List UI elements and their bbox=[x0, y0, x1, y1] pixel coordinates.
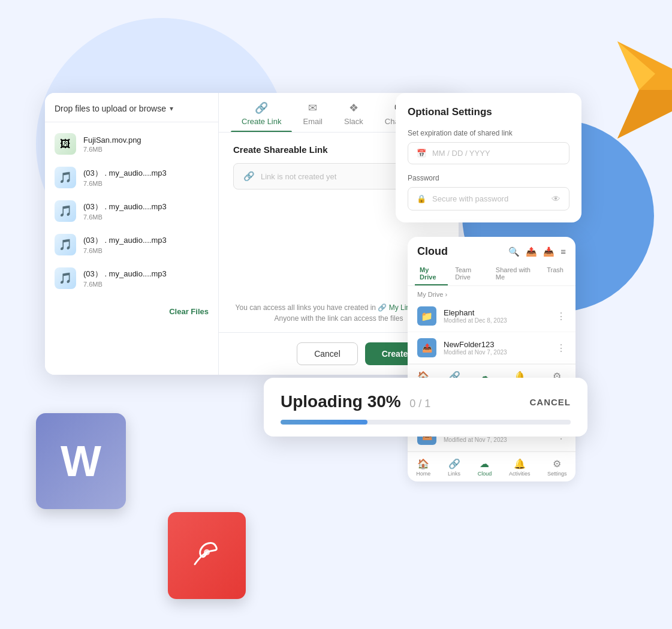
cloud-breadcrumb: My Drive › bbox=[408, 286, 575, 300]
download-icon[interactable]: 📥 bbox=[543, 246, 555, 257]
tab-label-email: Email bbox=[303, 117, 323, 126]
file-size: 7.6MB bbox=[83, 146, 209, 153]
optional-settings-card: Optional Settings Set expiration date of… bbox=[396, 93, 581, 222]
search-icon[interactable]: 🔍 bbox=[508, 246, 520, 257]
cloud-nav-label-activities: Activities bbox=[509, 471, 531, 477]
sort-icon[interactable]: ≡ bbox=[560, 246, 566, 257]
cloud-title: Cloud bbox=[417, 245, 448, 258]
cloud-file-name: NewFolder123 bbox=[444, 340, 549, 349]
pdf-symbol bbox=[189, 534, 225, 577]
file-list-item: 🎵(03） . my_audio....mp37.6MB bbox=[45, 261, 218, 295]
cloud-nav-icon-cloud: ☁ bbox=[480, 458, 489, 470]
tab-icon-slack: ❖ bbox=[349, 101, 358, 115]
cloud-file-item: 📁ElephantModified at Dec 8, 2023⋮ bbox=[408, 300, 575, 332]
clear-files-button[interactable]: Clear Files bbox=[169, 307, 209, 316]
file-name: (03） . my_audio....mp3 bbox=[83, 235, 209, 246]
pdf-card bbox=[168, 512, 246, 599]
word-card: W bbox=[36, 413, 126, 509]
file-list-item: 🎵(03） . my_audio....mp37.6MB bbox=[45, 194, 218, 228]
cloud-tab-trash[interactable]: Trash bbox=[542, 263, 568, 285]
file-name: (03） . my_audio....mp3 bbox=[83, 269, 209, 279]
file-icon-4: 🎵 bbox=[55, 267, 76, 289]
tab-email[interactable]: ✉Email bbox=[292, 93, 333, 132]
tab-create-link[interactable]: 🔗Create Link bbox=[231, 93, 292, 132]
progress-bar-fill bbox=[281, 420, 367, 425]
progress-bar-background bbox=[281, 420, 571, 425]
cloud-tab-shared-with-me[interactable]: Shared with Me bbox=[491, 263, 540, 285]
file-item-info: (03） . my_audio....mp37.6MB bbox=[83, 168, 209, 187]
file-item-info: (03） . my_audio....mp37.6MB bbox=[83, 269, 209, 288]
word-letter: W bbox=[61, 437, 101, 486]
cloud-file-info: NewFolder123Modified at Nov 7, 2023 bbox=[444, 340, 549, 356]
eye-hide-icon[interactable]: 👁 bbox=[552, 194, 560, 204]
date-input-box[interactable]: 📅 MM / DD / YYYY bbox=[408, 142, 569, 164]
cloud-card-header: Cloud 🔍 📤 📥 ≡ bbox=[408, 237, 575, 263]
cloud-more-button[interactable]: ⋮ bbox=[556, 311, 566, 322]
file-list-item: 🎵(03） . my_audio....mp37.6MB bbox=[45, 161, 218, 194]
tab-label-slack: Slack bbox=[344, 117, 363, 126]
upload-row: Uploading 30% 0 / 1 CANCEL bbox=[281, 392, 571, 411]
upload-icon[interactable]: 📤 bbox=[526, 246, 537, 257]
lock-icon: 🔒 bbox=[417, 194, 426, 203]
upload-cancel-button[interactable]: CANCEL bbox=[530, 397, 571, 407]
password-placeholder: Secure with password bbox=[432, 194, 508, 203]
cloud-nav-links[interactable]: 🔗Links bbox=[448, 458, 460, 477]
tab-slack[interactable]: ❖Slack bbox=[333, 93, 374, 132]
file-item-info: (03） . my_audio....mp37.6MB bbox=[83, 201, 209, 221]
file-icon-2: 🎵 bbox=[55, 200, 76, 222]
cloud-nav-icon-home: 🏠 bbox=[417, 458, 429, 470]
tab-icon-email: ✉ bbox=[308, 101, 317, 115]
cloud-file-date: Modified at Dec 8, 2023 bbox=[444, 317, 549, 324]
cancel-button[interactable]: Cancel bbox=[297, 342, 358, 365]
upload-status: Uploading 30% 0 / 1 bbox=[281, 392, 430, 411]
cloud-nav-label-cloud: Cloud bbox=[478, 471, 492, 477]
file-size: 7.6MB bbox=[83, 213, 209, 221]
tab-icon-create-link: 🔗 bbox=[255, 101, 268, 115]
file-size: 7.6MB bbox=[83, 247, 209, 254]
link-icon: 🔗 bbox=[243, 171, 255, 182]
cloud-tab-my-drive[interactable]: My Drive bbox=[415, 263, 448, 285]
pdf-doc-decoration bbox=[168, 512, 246, 599]
word-doc-decoration: W bbox=[36, 413, 126, 509]
cloud-item-icon-1: 📤 bbox=[417, 338, 436, 357]
password-input-box[interactable]: 🔒 Secure with password 👁 bbox=[408, 187, 569, 210]
cloud-nav-icon-links: 🔗 bbox=[448, 458, 460, 470]
cloud-tab-team-drive[interactable]: Team Drive bbox=[450, 263, 489, 285]
cloud-nav-icon-activities: 🔔 bbox=[514, 458, 526, 470]
cloud-nav-settings[interactable]: ⚙Settings bbox=[547, 458, 567, 477]
cloud-nav-home[interactable]: 🏠Home bbox=[416, 458, 430, 477]
file-item-info: (03） . my_audio....mp37.6MB bbox=[83, 235, 209, 254]
date-placeholder: MM / DD / YYYY bbox=[432, 149, 490, 158]
svg-marker-1 bbox=[617, 90, 672, 139]
cloud-nav-cloud[interactable]: ☁Cloud bbox=[478, 458, 492, 477]
tab-label-create-link: Create Link bbox=[242, 117, 281, 126]
file-icon-1: 🎵 bbox=[55, 167, 76, 188]
upload-progress-card: Uploading 30% 0 / 1 CANCEL bbox=[264, 378, 587, 437]
expiration-label: Set expiration date of shared link bbox=[408, 129, 569, 137]
cloud-nav-activities[interactable]: 🔔Activities bbox=[509, 458, 531, 477]
password-label: Password bbox=[408, 174, 569, 182]
cloud-nav-label-home: Home bbox=[416, 471, 430, 477]
calendar-icon: 📅 bbox=[417, 149, 426, 158]
cloud-bottom-nav-lower: 🏠Home🔗Links☁Cloud🔔Activities⚙Settings bbox=[408, 452, 575, 481]
cloud-tabs: My DriveTeam DriveShared with MeTrash bbox=[408, 263, 575, 286]
cloud-file-item: 📤NewFolder123Modified at Nov 7, 2023⋮ bbox=[408, 332, 575, 364]
cloud-more-button[interactable]: ⋮ bbox=[556, 342, 566, 354]
upload-count-text: 0 / 1 bbox=[403, 398, 430, 410]
drop-files-text: Drop files to upload or browse bbox=[55, 104, 166, 113]
optional-settings-title: Optional Settings bbox=[408, 106, 569, 118]
file-name: FujiSan.mov.png bbox=[83, 136, 209, 145]
chevron-down-icon: ▾ bbox=[170, 104, 173, 113]
file-list-item: 🖼FujiSan.mov.png7.6MB bbox=[45, 127, 218, 161]
file-size: 7.6MB bbox=[83, 180, 209, 187]
svg-point-3 bbox=[204, 549, 210, 555]
file-name: (03） . my_audio....mp3 bbox=[83, 201, 209, 212]
cloud-nav-label-settings: Settings bbox=[547, 471, 567, 477]
file-panel-footer: Clear Files bbox=[45, 300, 218, 323]
cloud-nav-label-links: Links bbox=[448, 471, 460, 477]
file-list-item: 🎵(03） . my_audio....mp37.6MB bbox=[45, 228, 218, 261]
file-panel-header[interactable]: Drop files to upload or browse ▾ bbox=[45, 93, 218, 122]
link-placeholder-text: Link is not created yet bbox=[261, 172, 336, 181]
cloud-app-card: Cloud 🔍 📤 📥 ≡ My DriveTeam DriveShared w… bbox=[408, 237, 575, 394]
cloud-file-info: ElephantModified at Dec 8, 2023 bbox=[444, 308, 549, 324]
